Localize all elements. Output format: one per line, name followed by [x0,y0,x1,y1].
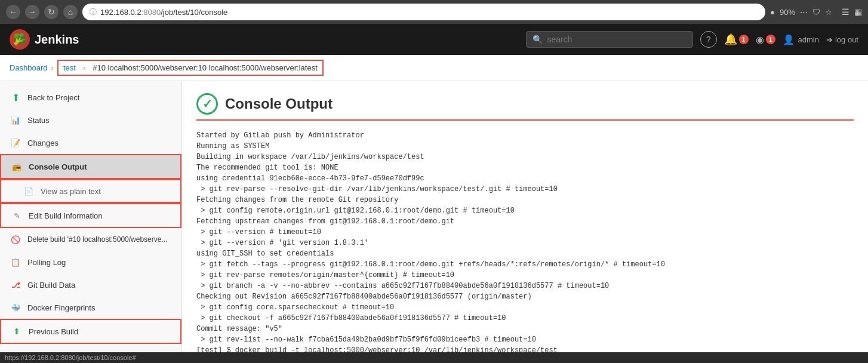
browser-bar: ← → ↻ ⌂ ⓘ 192.168.0.2:8080/job/test/10/c… [0,0,868,24]
docker-fingerprints-icon: 🐳 [10,302,21,313]
sidebar-label-edit-build-info: Edit Build Information [29,211,103,220]
breadcrumb-build: #10 localhost:5000/webserver:10 localhos… [93,63,318,72]
url-display: 192.168.0.2:8080/job/test/10/console [100,8,227,17]
main-layout: ⬆ Back to Project 📊 Status 📝 Changes 📻 C… [0,81,868,363]
jenkins-avatar: 🥦 [10,29,30,50]
view-plain-text-icon: 📄 [23,185,35,197]
console-output-text: Started by GitLab push by Administrator … [196,130,854,363]
sidebar-label-docker-fingerprints: Docker Fingerprints [27,303,95,312]
console-title: Console Output [225,96,333,112]
refresh-button[interactable]: ↻ [44,5,59,19]
sidebar-label-delete-build: Delete build '#10 localhost:5000/webserv… [27,235,167,244]
sidebar-label-previous-build: Previous Build [29,327,78,336]
sidebar-item-git-build-data[interactable]: ⎇ Git Build Data [0,273,181,296]
breadcrumb-test[interactable]: test [63,63,76,72]
sidebar-label-git-build-data: Git Build Data [27,281,75,290]
bookmark-icon: ● [770,8,775,17]
security-icon: ⓘ [90,7,97,17]
jenkins-header: 🥦 Jenkins 🔍 ? 🔔 1 ◉ 1 👤 admin ➔ log out [0,24,868,55]
shield-security-icon: ◉ [756,34,764,45]
user-section: 👤 admin [783,34,819,45]
sidebar-label-view-plain-text: View as plain text [41,187,101,196]
breadcrumb-dashboard[interactable]: Dashboard [10,63,48,72]
status-bar: https://192.168.0.2:8080/job/test/10/con… [0,352,868,363]
git-build-data-icon: ⎇ [10,279,21,291]
menu-icon[interactable]: ⋯ [800,8,808,17]
sidebar: ⬆ Back to Project 📊 Status 📝 Changes 📻 C… [0,81,182,363]
help-button[interactable]: ? [700,31,717,48]
security-button[interactable]: ◉ 1 [756,34,775,45]
status-icon: 📊 [10,114,21,126]
user-icon: 👤 [783,34,795,45]
content-area: ✓ Console Output Started by GitLab push … [182,81,868,363]
sidebar-item-console-output[interactable]: 📻 Console Output [0,154,181,179]
sidebar-item-changes[interactable]: 📝 Changes [0,131,181,154]
windows-icon: ▦ [854,7,862,17]
breadcrumb-sep-1: › [51,63,54,72]
sidebar-label-polling-log: Polling Log [27,258,66,267]
sidebar-item-status[interactable]: 📊 Status [0,109,181,131]
search-input[interactable] [547,35,687,44]
address-bar[interactable]: ⓘ 192.168.0.2:8080/job/test/10/console [82,4,765,20]
back-button[interactable]: ← [6,5,20,19]
breadcrumb: Dashboard › test › #10 localhost:5000/we… [0,55,868,81]
success-icon: ✓ [196,93,218,115]
sidebar-label-back-to-project: Back to Project [27,93,79,102]
sidebar-item-delete-build[interactable]: 🚫 Delete build '#10 localhost:5000/webse… [0,228,181,251]
search-icon: 🔍 [533,35,543,44]
status-url: https://192.168.0.2:8080/job/test/10/con… [5,354,136,361]
bell-icon: 🔔 [724,33,737,46]
browser-right-icons: ● 90% ⋯ 🛡 ☆ [770,8,832,17]
sidebar-label-console-output: Console Output [29,162,87,171]
zoom-level: 90% [780,8,795,17]
polling-log-icon: 📋 [10,256,21,268]
sidebar-item-polling-log[interactable]: 📋 Polling Log [0,251,181,273]
logout-icon: ➔ [826,35,833,44]
sidebar-label-status: Status [27,116,50,125]
sidebar-item-docker-fingerprints[interactable]: 🐳 Docker Fingerprints [0,296,181,319]
tabs-icon: ☰ [842,7,849,17]
sidebar-item-view-plain-text[interactable]: 📄 View as plain text [0,179,181,203]
notification-badge: 1 [739,35,749,44]
security-badge: 1 [766,35,775,44]
jenkins-title: Jenkins [35,33,79,47]
sidebar-label-changes: Changes [27,139,59,147]
changes-icon: 📝 [10,137,21,149]
logout-label: log out [835,35,858,44]
console-output-icon: 📻 [11,161,23,173]
forward-button[interactable]: → [25,5,39,19]
back-to-project-icon: ⬆ [10,91,21,103]
username-label: admin [798,35,819,44]
console-header: ✓ Console Output [196,93,854,121]
browser-extras: ☰ ▦ [842,7,862,17]
sidebar-item-previous-build[interactable]: ⬆ Previous Build [0,319,181,344]
previous-build-icon: ⬆ [11,325,23,337]
delete-build-icon: 🚫 [10,233,21,245]
sidebar-item-edit-build-info[interactable]: ✎ Edit Build Information [0,203,181,228]
sidebar-item-back-to-project[interactable]: ⬆ Back to Project [0,86,181,109]
jenkins-logo: 🥦 Jenkins [10,29,79,50]
breadcrumb-sep-2: › [83,63,85,72]
notifications-button[interactable]: 🔔 1 [724,33,749,46]
search-box[interactable]: 🔍 [526,31,693,48]
star-icon[interactable]: ☆ [825,8,832,17]
logout-button[interactable]: ➔ log out [826,35,858,44]
breadcrumb-tab: test › #10 localhost:5000/webserver:10 l… [57,60,324,76]
edit-build-info-icon: ✎ [11,210,23,222]
shield-icon: 🛡 [812,8,820,17]
home-button[interactable]: ⌂ [63,5,78,19]
